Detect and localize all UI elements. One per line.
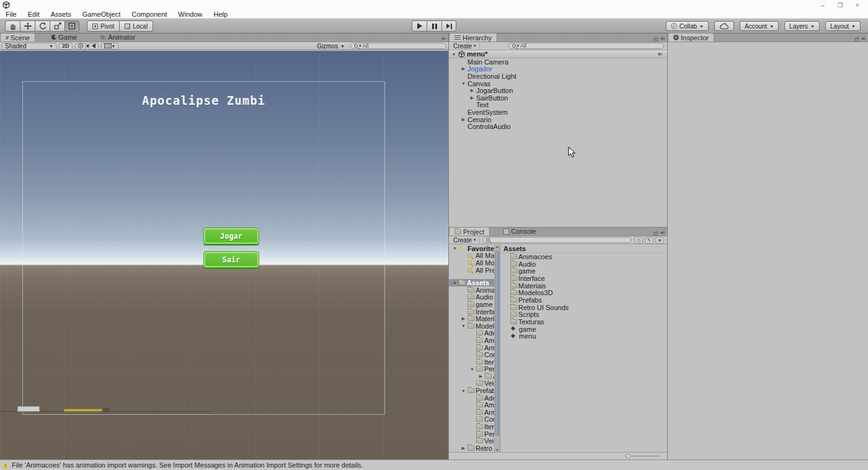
hierarchy-item[interactable]: Directional Light [449,73,667,80]
play-button[interactable] [412,20,427,32]
folder-tree-item[interactable]: Construcoes [449,351,494,358]
hierarchy-item[interactable]: ControlaAudio [449,123,667,130]
hierarchy-item[interactable]: Cenario [449,116,667,123]
tab-scene[interactable]: Scene [0,33,35,42]
lock-icon[interactable] [653,38,658,42]
thumbnail-zoom-slider[interactable] [625,456,661,456]
menu-item[interactable]: Component [126,10,172,19]
folder-tree-item[interactable]: Itens [449,358,494,366]
folder-tree-item[interactable]: Aderecos [449,330,494,337]
layout-dropdown[interactable]: Layout▼ [825,21,861,31]
asset-item[interactable]: Audio [500,260,667,268]
gizmos-dropdown[interactable]: Gizmos▼ [314,43,347,50]
scene-menu-icon[interactable] [658,51,662,57]
search-by-label-button[interactable]: ✎ [645,237,653,244]
hierarchy-item[interactable]: SairButton [449,94,667,102]
scene-header-row[interactable]: menu* [449,50,667,58]
asset-item[interactable]: Animacoes [500,253,667,260]
project-search-input[interactable] [482,237,632,243]
menu-item[interactable]: Window [172,10,208,19]
folder-tree-item[interactable]: Personagens [449,430,494,438]
folder-tree-item[interactable]: Modelos3D [449,322,494,330]
rect-tool-button[interactable] [64,20,79,32]
hierarchy-item[interactable]: EventSystem [449,109,667,116]
tab-console[interactable]: Console [498,227,541,236]
tab-hierarchy[interactable]: Hierarchy [449,33,497,42]
status-bar[interactable]: File 'Animacoes' has animation import wa… [0,459,868,470]
folder-tree-item[interactable]: Interface [449,308,494,316]
asset-item[interactable]: Retro UI Sounds [500,304,667,311]
close-button[interactable]: × [853,2,862,9]
favorites-item[interactable]: Favorites [449,245,494,252]
scene-viewport[interactable]: Apocalipse Zumbi Jogar Sair [0,51,448,459]
menu-item[interactable]: Edit [22,10,45,19]
folder-tree-item[interactable]: Aderecos [449,394,494,402]
favorites-item[interactable]: All Materials [449,252,494,260]
layers-dropdown[interactable]: Layers▼ [784,21,820,31]
move-tool-button[interactable] [20,20,35,32]
local-button[interactable]: Local [119,20,153,32]
scale-tool-button[interactable] [50,20,64,32]
folder-tree-item[interactable]: Itens [449,423,494,430]
asset-item[interactable]: game [500,267,667,275]
scene-search-input[interactable]: ▾All [350,43,446,49]
hierarchy-item[interactable]: Jogador [449,66,667,73]
favorites-item[interactable]: All Prefabs [449,267,494,274]
hierarchy-search-input[interactable]: ▾All [508,43,664,49]
menu-item[interactable]: Help [208,10,233,19]
tree-scrollbar[interactable]: ▲ ▼ [494,245,500,452]
folder-tree-item[interactable]: Veiculos [449,437,494,445]
asset-item[interactable]: Texturas [500,318,667,326]
favorites-filter-button[interactable]: ★ [655,237,664,244]
asset-item[interactable]: game [500,326,667,333]
game-quit-button[interactable]: Sair [203,251,259,268]
minimize-button[interactable]: – [818,2,827,9]
restore-button[interactable]: ❐ [836,2,844,9]
hierarchy-item[interactable]: Text [449,102,667,109]
cloud-button[interactable] [714,21,734,31]
menu-item[interactable]: GameObject [77,10,126,19]
folder-tree-item[interactable]: Materiais [449,315,494,322]
folder-tree-item[interactable]: Ambiente [449,337,494,344]
scroll-up-icon[interactable]: ▲ [495,245,500,249]
folder-tree-item[interactable]: Audio [449,294,494,301]
folder-tree-item[interactable]: Armas [449,344,494,352]
folder-tree-item[interactable]: game [449,301,494,308]
account-dropdown[interactable]: Account▼ [740,21,779,31]
panel-menu-icon[interactable] [660,36,665,42]
folder-tree-item[interactable]: Retro UI Sounds [449,445,494,452]
lock-icon[interactable] [653,233,658,236]
asset-item[interactable]: menu [500,333,667,340]
effects-dropdown[interactable]: ▼ [101,43,119,50]
tab-inspector[interactable]: Inspector [668,33,714,42]
2d-toggle[interactable]: 2D [59,43,73,50]
collab-dropdown[interactable]: ✓Collab▼ [666,21,709,31]
folder-tree-item[interactable]: Animacoes [449,286,494,294]
menu-item[interactable]: File [0,10,22,19]
slider-knob[interactable] [626,454,631,458]
tab-project[interactable]: Project [449,227,490,236]
search-by-type-button[interactable]: ◇ [634,237,643,244]
folder-tree-item[interactable]: Personagens [449,366,494,373]
lighting-toggle[interactable] [75,43,86,50]
menu-item[interactable]: Assets [45,10,77,19]
folder-tree-item[interactable]: Assets [449,279,494,286]
favorites-item[interactable]: All Models [449,259,494,267]
pause-button[interactable] [427,20,441,32]
folder-tree-item[interactable]: Veiculos [449,380,494,388]
tab-animator[interactable]: Animator [95,33,140,42]
folder-tree-item[interactable]: Ambiente [449,401,494,409]
lock-icon[interactable] [854,38,859,42]
hand-tool-button[interactable] [5,20,20,32]
folder-tree-item[interactable]: Animacoes [449,373,494,380]
hierarchy-item[interactable]: JogarButton [449,87,667,94]
asset-item[interactable]: Scripts [500,311,667,319]
panel-menu-icon[interactable] [861,36,866,42]
hierarchy-create-dropdown[interactable]: Create▾ [450,42,480,50]
asset-item[interactable]: Interface [500,275,667,282]
pivot-button[interactable]: Pivot [87,20,119,32]
shaded-dropdown[interactable]: Shaded▼ [2,43,56,50]
asset-item[interactable]: Modelos3D [500,289,667,296]
step-button[interactable] [441,20,456,32]
project-create-dropdown[interactable]: Create▾ [450,236,480,244]
